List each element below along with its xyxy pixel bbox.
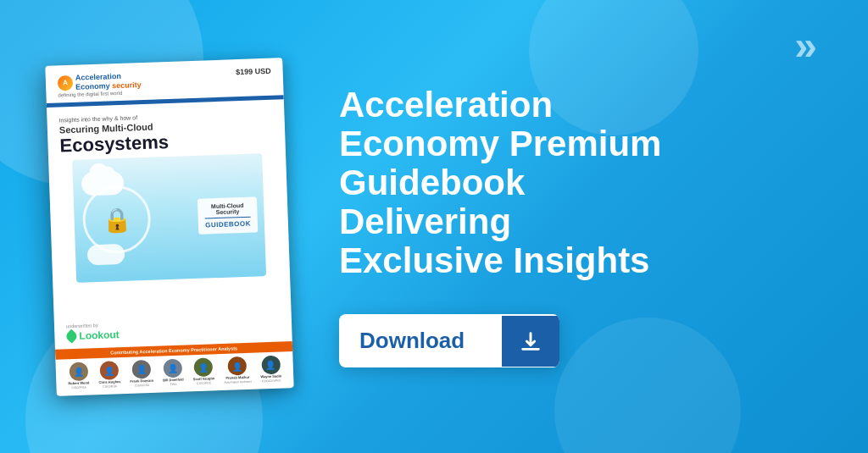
- lock-circle: 🔒: [81, 184, 152, 254]
- guidebook-label: Multi-Cloud Security GUIDEBOOK: [198, 196, 258, 234]
- logo-name: AccelerationEconomy security: [75, 71, 142, 91]
- contributor-3: 👤 Frank Domizio CISO/FISA: [130, 360, 154, 389]
- background: » A AccelerationEconomy security definin…: [0, 0, 868, 453]
- price-tag: $199 USD: [236, 66, 271, 75]
- download-icon-area: [502, 316, 559, 367]
- contrib-title-3: CISO/FISA: [135, 384, 149, 388]
- lock-icon: 🔒: [102, 205, 132, 234]
- contrib-title-6: Automation Architect: [224, 380, 251, 384]
- avatar-7: 👤: [261, 355, 281, 374]
- contrib-title-2: CISO/RSA: [103, 385, 117, 389]
- contrib-title-1: CISO/FISA: [71, 386, 86, 389]
- avatar-6: 👤: [227, 356, 247, 376]
- book-cover: A AccelerationEconomy security defining …: [45, 58, 293, 396]
- main-headline: Acceleration Economy Premium Guidebook D…: [339, 86, 817, 281]
- download-arrow-icon: [519, 329, 542, 353]
- guidebook-line3: GUIDEBOOK: [205, 219, 251, 229]
- logo-area: A AccelerationEconomy security defining …: [58, 71, 142, 97]
- download-text-area: Download: [339, 314, 502, 367]
- avatar-4: 👤: [164, 358, 183, 378]
- right-panel: Acceleration Economy Premium Guidebook D…: [339, 86, 817, 368]
- avatar-3: 👤: [131, 360, 151, 379]
- avatar-2: 👤: [100, 361, 120, 380]
- contributor-1: 👤 Robert Wood CISO/FISA: [68, 362, 90, 389]
- contributor-6: 👤 Pranab Mathur Automation Architect: [223, 356, 251, 385]
- book-illustration: 🔒 Multi-Cloud Security GUIDEBOOK: [72, 152, 266, 282]
- avatar-1: 👤: [69, 362, 88, 381]
- download-button[interactable]: Download: [339, 314, 559, 367]
- main-content: A AccelerationEconomy security defining …: [0, 0, 868, 453]
- contrib-title-4: FISA: [170, 383, 177, 386]
- download-label: Download: [359, 328, 465, 353]
- contrib-title-7: CDO/CIO/POI: [262, 379, 281, 384]
- lookout-leaf-icon: [64, 329, 79, 343]
- contrib-title-5: CISO/POC: [197, 382, 211, 385]
- contributor-2: 👤 Chris Hughes CISO/RSA: [98, 361, 121, 389]
- contributors-row: 👤 Robert Wood CISO/FISA 👤 Chris Hughes C…: [55, 351, 293, 395]
- book-body: Insights into the why & how of Securing …: [47, 105, 291, 318]
- contributor-4: 👤 Bill Doenfeld FISA: [162, 358, 184, 386]
- contributor-5: 👤 Scott Vaughn CISO/POC: [192, 357, 215, 386]
- avatar-5: 👤: [194, 357, 214, 377]
- contributor-7: 👤 Wayne Sadin CDO/CIO/POI: [260, 355, 282, 383]
- guidebook-divider: [205, 216, 251, 218]
